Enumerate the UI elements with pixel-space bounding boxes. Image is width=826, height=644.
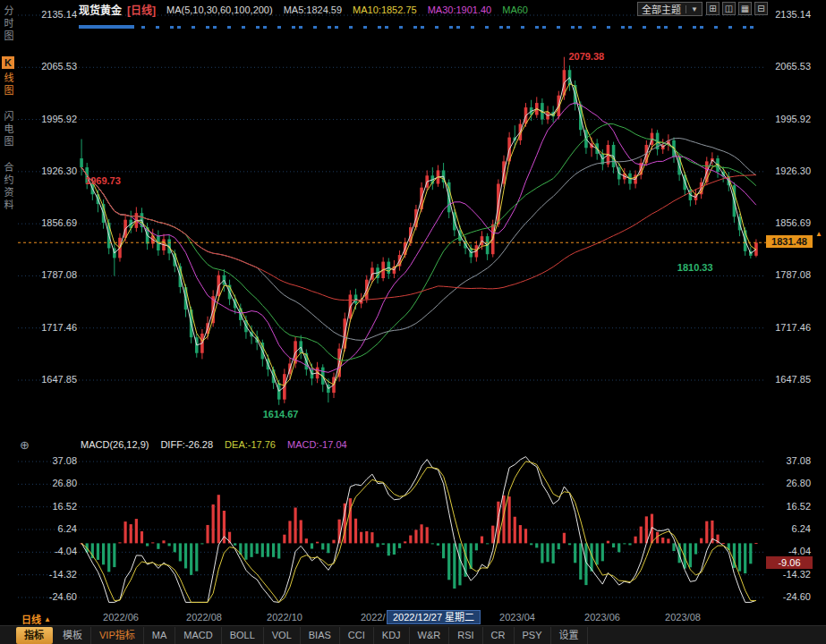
macd-dea-line — [81, 462, 756, 603]
crosshair-date-label: 2022/12/27 星期二 — [387, 610, 481, 624]
add-indicator-icon[interactable]: ⊕ — [20, 438, 30, 452]
macd-axis-label: 37.08 — [18, 455, 77, 466]
macd-macd-value: MACD:-17.04 — [287, 439, 347, 450]
price-axis-label: 1926.30 — [18, 165, 77, 176]
toolbar-tab-rsi[interactable]: RSI — [449, 627, 482, 644]
layout-icons-group: ⊞◫▦⊟ — [706, 2, 768, 15]
x-axis-label: 2022/10 — [267, 612, 302, 623]
toolbar-tab-wr[interactable]: W&R — [410, 627, 450, 644]
sidebar-item-kline-chart[interactable]: K线图 — [1, 56, 15, 97]
x-axis-label: 2023/06 — [584, 612, 620, 623]
symbol-name: 现货黄金 — [79, 2, 122, 17]
price-annotation: 2079.38 — [568, 51, 604, 62]
macd-axis-label: -14.32 — [18, 569, 77, 580]
price-axis-label: 2135.14 — [18, 9, 77, 20]
macd-axis-label: -4.04 — [18, 546, 77, 556]
left-sidebar: 分时图K线图闪电图合约资料 — [0, 5, 16, 212]
ma-line-5 — [81, 78, 756, 392]
price-annotation: 1614.67 — [263, 409, 299, 419]
x-axis-label: 2022/08 — [186, 612, 222, 623]
macd-axis-label: 16.52 — [766, 501, 811, 512]
price-axis-label: 1995.92 — [18, 114, 77, 124]
period-up-arrow-icon: ▲ — [44, 615, 51, 623]
x-axis-label: 2022/06 — [103, 612, 139, 623]
sidebar-item-contract-info[interactable]: 合约资料 — [1, 162, 15, 212]
price-annotation: 1810.33 — [677, 262, 713, 273]
ma60-value: MA60 — [502, 4, 528, 15]
x-axis-row: 2022/12/27 星期二 2022/062022/082022/102022… — [0, 609, 826, 625]
price-axis-label: 1856.69 — [18, 217, 77, 228]
kline-k-badge: K — [2, 56, 14, 69]
toolbar-tab-templates[interactable]: 模板 — [55, 627, 91, 644]
period-indicator[interactable]: 日线 ▲ — [21, 612, 51, 626]
candlestick-macd-chart[interactable]: 1969.732079.381614.671810.33 — [0, 0, 826, 624]
chevron-down-icon: ▼ — [685, 5, 698, 13]
ma-settings-label: MA(5,10,30,60,100,200) — [166, 4, 273, 15]
sidebar-item-flash-chart[interactable]: 闪电图 — [1, 111, 15, 148]
toolbar-tab-settings[interactable]: 设置 — [551, 627, 588, 644]
price-axis-label: 1717.46 — [766, 322, 811, 333]
toolbar-tab-vol[interactable]: VOL — [264, 627, 301, 644]
macd-axis-label: 6.24 — [18, 523, 77, 534]
price-axis-label: 1926.30 — [766, 165, 811, 176]
macd-value-badge: -9.06 — [766, 556, 813, 569]
x-axis-label: 2022/ — [361, 612, 386, 623]
price-axis-label: 1787.08 — [18, 269, 77, 280]
layout-split-icon[interactable]: ◫ — [722, 2, 736, 15]
toolbar-tab-cr[interactable]: CR — [483, 627, 515, 644]
macd-axis-label: 26.80 — [18, 478, 77, 488]
x-axis-label: 2023/08 — [665, 612, 701, 623]
macd-diff-value: DIFF:-26.28 — [160, 439, 213, 450]
macd-params-label: MACD(26,12,9) — [81, 439, 149, 450]
ma-line-10 — [81, 83, 756, 386]
toolbar-tab-ma[interactable]: MA — [144, 627, 176, 644]
ma-line-100 — [81, 139, 756, 341]
chart-header: 现货黄金 [日线] MA(5,10,30,60,100,200) MA5:182… — [79, 2, 528, 17]
macd-axis-label: -4.04 — [766, 546, 811, 556]
period-label: 日线 — [21, 612, 41, 626]
toolbar-tab-macd[interactable]: MACD — [175, 627, 221, 644]
theme-dropdown-label: 全部主题 — [642, 2, 681, 16]
ma30-value: MA30:1901.40 — [428, 4, 492, 15]
price-axis-label: 2065.53 — [766, 61, 811, 72]
theme-dropdown[interactable]: 全部主题 ▼ — [637, 2, 703, 16]
layout-single-icon[interactable]: ⊞ — [706, 2, 720, 15]
period-tag: [日线] — [127, 2, 156, 17]
macd-axis-label: 37.08 — [766, 455, 811, 466]
price-axis-label: 1647.85 — [18, 374, 77, 385]
view-range-bar — [79, 25, 134, 29]
x-axis-label: 2023/04 — [499, 612, 535, 623]
price-axis-label: 2135.14 — [766, 9, 811, 20]
macd-axis-label: -14.32 — [766, 569, 811, 580]
macd-axis-label: 26.80 — [766, 478, 811, 488]
sidebar-item-time-share-chart[interactable]: 分时图 — [1, 5, 15, 43]
toolbar-tab-kdj[interactable]: KDJ — [374, 627, 410, 644]
ma-line-60 — [81, 123, 756, 360]
sidebar-item-label: 线图 — [3, 72, 13, 97]
macd-axis-label: -24.60 — [18, 591, 77, 602]
ma-line-30 — [81, 103, 756, 372]
toolbar-tab-cci[interactable]: CCI — [340, 627, 374, 644]
ma10-value: MA10:1852.75 — [353, 4, 417, 15]
ma-line-200 — [81, 167, 756, 301]
price-axis-label: 1647.85 — [766, 374, 811, 385]
toolbar-tab-vip-indicators[interactable]: VIP指标 — [91, 627, 144, 644]
price-up-arrow-icon: ▲ — [815, 230, 822, 238]
macd-axis-label: 16.52 — [18, 501, 77, 512]
toolbar-tab-bias[interactable]: BIAS — [301, 627, 340, 644]
ma5-value: MA5:1824.59 — [284, 4, 342, 15]
trading-app-window: 1969.732079.381614.671810.33 分时图K线图闪电图合约… — [0, 0, 826, 644]
price-axis-label: 1787.08 — [766, 269, 811, 280]
layout-grid-icon[interactable]: ▦ — [738, 2, 752, 15]
macd-header: MACD(26,12,9) DIFF:-26.28 DEA:-17.76 MAC… — [81, 439, 347, 450]
price-annotation: 1969.73 — [85, 175, 121, 186]
indicator-toolbar: 指标模板VIP指标MAMACDBOLLVOLBIASCCIKDJW&RRSICR… — [0, 625, 826, 644]
toolbar-tab-indicators[interactable]: 指标 — [16, 627, 53, 644]
toolbar-tab-boll[interactable]: BOLL — [222, 627, 264, 644]
price-axis-label: 1995.92 — [766, 114, 811, 124]
toolbar-tab-psy[interactable]: PSY — [515, 627, 551, 644]
last-price-badge: 1831.48 — [766, 235, 813, 248]
macd-axis-label: 6.24 — [766, 523, 811, 534]
price-axis-label: 2065.53 — [18, 61, 77, 72]
macd-dea-value: DEA:-17.76 — [225, 439, 276, 450]
